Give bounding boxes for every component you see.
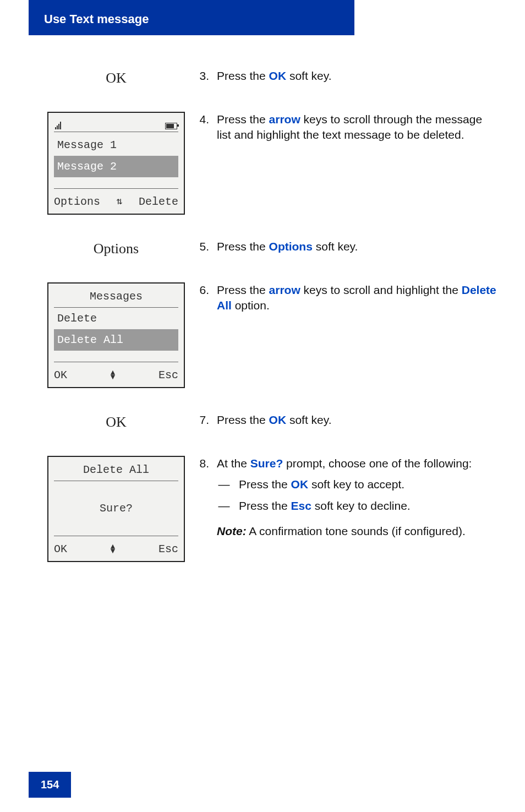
- step-7: OK 7. Press the OK soft key.: [47, 412, 496, 432]
- step-number: 5.: [193, 239, 209, 254]
- step-6: Messages Delete Delete All OK ▲▼ Esc 6. …: [47, 282, 496, 388]
- screen-title: Delete All: [54, 457, 178, 481]
- step-text: Press the arrow keys to scroll and highl…: [217, 282, 496, 314]
- softkey-label-area: OK: [47, 68, 185, 88]
- phone-screen-1: Message 1 Message 2 Options ⇅ Delete: [47, 112, 185, 215]
- phone-screen-2: Messages Delete Delete All OK ▲▼ Esc: [47, 282, 185, 388]
- softkey-label-area: OK: [47, 412, 185, 432]
- options-label: Options: [94, 239, 139, 258]
- keyword-esc: Esc: [291, 499, 311, 512]
- list-item[interactable]: Delete: [54, 308, 178, 329]
- step-number: 4.: [193, 112, 209, 127]
- step-text: Press the OK soft key.: [217, 68, 496, 84]
- confirm-prompt: Sure?: [48, 481, 184, 536]
- step-8: Delete All Sure? OK ▲▼ Esc 8. At the Sur…: [47, 456, 496, 562]
- step-3: OK 3. Press the OK soft key.: [47, 68, 496, 88]
- battery-icon: [165, 123, 177, 129]
- step-number: 6.: [193, 282, 209, 298]
- ok-label: OK: [106, 412, 127, 432]
- step-number: 8.: [193, 456, 209, 471]
- note: Note: A confirmation tone sounds (if con…: [217, 524, 496, 539]
- softkey-bar: Options ⇅ Delete: [54, 188, 178, 214]
- sub-options: — Press the OK soft key to accept. — Pre…: [217, 477, 496, 514]
- softkey-left[interactable]: Options: [54, 194, 100, 209]
- keyword-options: Options: [269, 240, 313, 253]
- switch-icon: ⇅: [117, 195, 123, 208]
- options-list: Delete Delete All: [54, 308, 178, 362]
- softkey-left[interactable]: OK: [54, 542, 67, 557]
- step-number: 7.: [193, 412, 209, 428]
- keyword-arrow: arrow: [269, 113, 300, 126]
- step-text: At the Sure? prompt, choose one of the f…: [217, 456, 496, 551]
- step-text: Press the OK soft key.: [217, 412, 496, 428]
- updown-icon: ▲▼: [111, 544, 115, 553]
- list-item[interactable]: Message 1: [54, 134, 178, 156]
- content: OK 3. Press the OK soft key. Message 1 M…: [29, 35, 496, 562]
- keyword-arrow: arrow: [269, 284, 300, 296]
- softkey-left[interactable]: OK: [54, 368, 67, 383]
- softkey-right[interactable]: Delete: [139, 194, 178, 209]
- keyword-ok: OK: [269, 413, 287, 426]
- signal-icon: [55, 122, 61, 129]
- softkey-right[interactable]: Esc: [158, 368, 178, 383]
- page: Use Text message OK 3. Press the OK soft…: [0, 0, 525, 812]
- screen-title: Messages: [54, 284, 178, 308]
- sub-option: — Press the Esc soft key to decline.: [217, 498, 496, 514]
- ok-label: OK: [106, 68, 127, 88]
- updown-icon: ▲▼: [111, 370, 115, 379]
- keyword-sure: Sure?: [250, 457, 283, 470]
- message-list: Message 1 Message 2: [54, 134, 178, 188]
- status-bar: [54, 118, 178, 132]
- list-item-selected[interactable]: Delete All: [54, 329, 178, 351]
- step-5: Options 5. Press the Options soft key.: [47, 239, 496, 258]
- softkey-right[interactable]: Esc: [158, 542, 178, 557]
- softkey-bar: OK ▲▼ Esc: [54, 362, 178, 387]
- dash-icon: —: [217, 498, 231, 514]
- dash-icon: —: [217, 477, 231, 492]
- keyword-ok: OK: [291, 478, 309, 491]
- step-4: Message 1 Message 2 Options ⇅ Delete 4. …: [47, 112, 496, 215]
- step-text: Press the Options soft key.: [217, 239, 496, 254]
- keyword-ok: OK: [269, 69, 287, 82]
- softkey-bar: OK ▲▼ Esc: [54, 536, 178, 561]
- sub-option: — Press the OK soft key to accept.: [217, 477, 496, 492]
- page-number: 154: [29, 772, 71, 798]
- step-number: 3.: [193, 68, 209, 84]
- page-title: Use Text message: [44, 12, 149, 26]
- step-text: Press the arrow keys to scroll through t…: [217, 112, 496, 143]
- phone-screen-3: Delete All Sure? OK ▲▼ Esc: [47, 456, 185, 562]
- note-label: Note:: [217, 525, 247, 537]
- softkey-label-area: Options: [47, 239, 185, 258]
- page-title-banner: Use Text message: [29, 0, 354, 35]
- list-item-selected[interactable]: Message 2: [54, 156, 178, 177]
